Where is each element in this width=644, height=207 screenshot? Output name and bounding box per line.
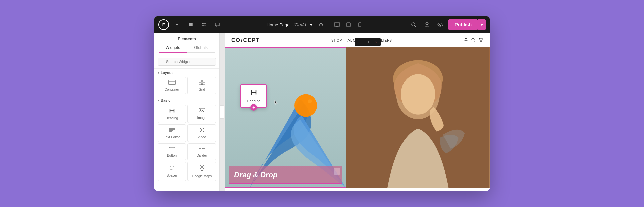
preview-button[interactable] [435,19,446,30]
publish-label: Publish [454,22,472,27]
grid-label: Grid [199,88,205,91]
layout-section-label: Layout [161,71,173,75]
basic-section: ▾ Basic Heading [154,96,219,183]
widget-button[interactable]: Button [158,143,186,160]
add-element-button[interactable]: + [172,19,182,30]
page-title-text: Home Page [267,22,290,27]
publish-button[interactable]: Publish [448,19,478,30]
help-button[interactable]: ? [422,19,432,30]
divider-widget-icon [199,146,205,152]
sidebar-header: Elements Widgets Globals [154,33,219,55]
sidebar: Elements Widgets Globals 🔍 [154,33,220,191]
desktop-view-button[interactable] [332,20,342,29]
tablet-view-button[interactable] [344,20,353,29]
search-button[interactable] [408,19,419,30]
section-add-icon: + [358,40,360,44]
svg-rect-0 [189,23,193,24]
mobile-view-button[interactable] [355,20,365,29]
svg-point-3 [202,23,203,24]
cart-search-icon[interactable] [471,38,476,43]
editor-body: Elements Widgets Globals 🔍 [154,33,490,191]
customize-button[interactable] [199,19,209,30]
svg-line-52 [474,41,476,42]
widget-text-editor[interactable]: Text Editor [158,124,186,142]
edit-pencil-button[interactable] [334,168,340,175]
svg-rect-23 [199,80,202,82]
svg-point-20 [440,24,441,26]
spacer-widget-label: Spacer [167,174,177,177]
text-editor-widget-icon [169,127,175,134]
svg-rect-40 [170,167,174,169]
heading-widget-label: Heading [166,116,178,120]
search-input[interactable] [158,58,216,66]
sidebar-title: Elements [159,37,215,41]
chat-button[interactable] [212,19,223,30]
svg-point-50 [465,38,467,40]
toolbar-right: ? Publish ▾ [408,19,486,30]
site-nav-icons [464,38,483,43]
svg-point-43 [201,166,203,168]
page-title[interactable]: Home Page (Draft) ▾ [267,22,312,27]
svg-rect-9 [334,23,340,26]
svg-point-6 [205,25,206,26]
heading-tooltip-label: Heading [247,99,261,103]
basic-section-header[interactable]: ▾ Basic [158,98,216,102]
button-widget-label: Button [167,154,177,157]
elementor-logo[interactable]: E [158,19,169,30]
site-logo: CO/CEPT [231,37,260,43]
widget-divider[interactable]: Divider [187,143,216,160]
user-icon[interactable] [464,38,468,43]
widget-grid[interactable]: Grid [187,77,216,94]
layout-arrow-icon: ▾ [158,71,159,74]
svg-text:?: ? [426,23,428,27]
page-settings-button[interactable]: ⚙ [316,19,326,30]
toolbar-center: Home Page (Draft) ▾ ⚙ [267,19,365,30]
svg-point-49 [368,43,369,43]
widget-image[interactable]: Image [187,105,216,123]
toolbar: E + [154,16,490,33]
svg-point-46 [367,42,367,42]
video-widget-label: Video [198,135,206,139]
widget-container[interactable]: Container [158,77,186,94]
cart-icon[interactable] [478,38,483,43]
layers-button[interactable] [185,19,196,30]
heading-tooltip: Heading + [240,84,267,108]
section-close-icon: × [375,40,377,44]
svg-point-47 [368,42,369,42]
section-close-button[interactable]: × [372,38,381,46]
publish-dropdown-button[interactable]: ▾ [478,19,486,30]
svg-rect-37 [169,147,175,150]
spacer-widget-icon [169,165,175,172]
section-move-button[interactable] [363,38,372,46]
svg-point-44 [367,41,367,42]
video-widget-icon [199,127,205,134]
widget-video[interactable]: Video [187,124,216,142]
sidebar-tabs: Widgets Globals [159,43,215,53]
button-widget-icon [169,146,175,152]
site-content: Heading + [225,47,490,188]
svg-point-15 [360,26,360,26]
tab-widgets[interactable]: Widgets [159,43,187,53]
section-add-button[interactable]: + [355,38,363,46]
view-icons [332,20,365,29]
widget-heading[interactable]: Heading [158,105,186,123]
basic-section-label: Basic [161,98,170,102]
section-toolbar: + × [355,38,381,46]
heading-tooltip-icon [250,89,257,98]
sidebar-collapse-button[interactable]: ‹ [220,105,224,119]
heading-tooltip-add-button[interactable]: + [250,104,257,111]
heading-widget-icon [169,108,175,115]
google-maps-widget-label: Google Maps [192,174,212,178]
widget-spacer[interactable]: Spacer [158,162,186,181]
grid-icon [199,80,205,86]
drag-drop-text: Drag & Drop [234,170,278,179]
svg-line-17 [415,26,416,27]
tab-globals[interactable]: Globals [187,43,215,52]
layout-section-header[interactable]: ▾ Layout [158,71,216,75]
nav-shop[interactable]: SHOP [331,39,342,42]
page-canvas: + × [225,33,490,191]
svg-rect-24 [202,80,205,82]
widget-google-maps[interactable]: Google Maps [187,162,216,181]
svg-point-51 [472,38,474,41]
layout-section: ▾ Layout Container [154,69,219,96]
